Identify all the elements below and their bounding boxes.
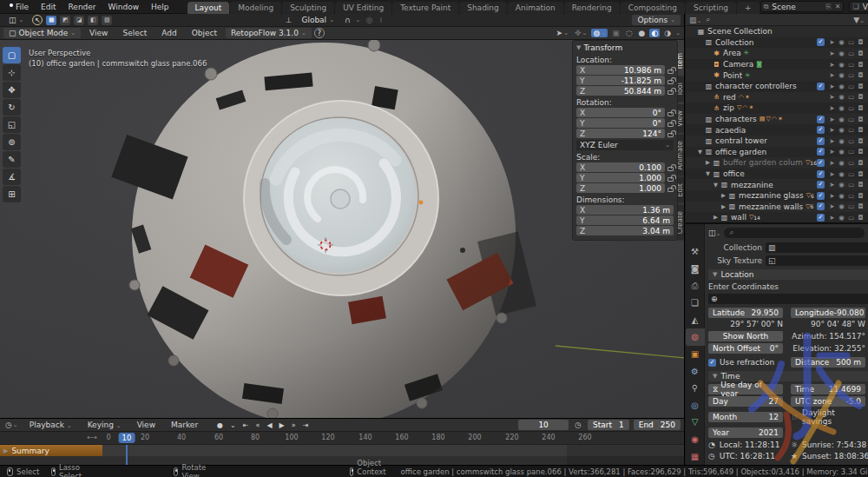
location-x-field[interactable]: X10.986 m bbox=[576, 65, 665, 75]
camera-icon[interactable]: ◘ bbox=[856, 126, 865, 134]
add-workspace-button[interactable]: + bbox=[737, 2, 760, 14]
pointer-icon[interactable]: ➤ bbox=[827, 181, 837, 189]
monitor-icon[interactable]: ▭ bbox=[846, 38, 856, 46]
outliner-item-name[interactable]: office bbox=[723, 169, 745, 178]
pointer-icon[interactable]: ➤ bbox=[827, 50, 837, 57]
lock-icon[interactable] bbox=[667, 177, 674, 182]
dim-y-field[interactable]: Y6.64 m bbox=[576, 215, 674, 225]
properties-tab-tool-icon[interactable]: ⚒ bbox=[686, 243, 705, 261]
outliner-item-name[interactable]: mezzanine walls bbox=[739, 202, 803, 211]
camera-icon[interactable]: ◘ bbox=[856, 71, 865, 79]
menu-window[interactable]: Window bbox=[102, 3, 146, 11]
menu-keying[interactable]: Keying ⌄ bbox=[82, 421, 128, 429]
eye-icon[interactable]: ◉ bbox=[837, 104, 846, 112]
outliner-row[interactable]: ▼▥office garden✓➤◉▭◘ bbox=[686, 147, 868, 158]
shading-dropdown[interactable]: ⌄ bbox=[675, 30, 681, 36]
outliner-row[interactable]: ▶▥mezzanine walls▽6✓➤◉▭◘ bbox=[686, 202, 868, 213]
mode-dropdown[interactable]: ▢ Object Mode ⌄ bbox=[3, 28, 81, 38]
expand-icon[interactable]: ▶ bbox=[712, 214, 720, 221]
eye-icon[interactable]: ◉ bbox=[837, 126, 846, 134]
keying-set-dropdown[interactable]: ⌄ bbox=[227, 421, 239, 429]
outliner-item-name[interactable]: Area bbox=[723, 49, 741, 57]
properties-tab-texture-icon[interactable]: ▦ bbox=[686, 447, 705, 465]
camera-icon[interactable]: ◘ bbox=[856, 61, 865, 69]
pointer-icon[interactable]: ➤ bbox=[827, 126, 837, 134]
lock-icon[interactable] bbox=[667, 133, 674, 137]
location-z-field[interactable]: Z50.844 m bbox=[576, 86, 665, 96]
outliner-row[interactable]: ◘Camera◙➤◉▭◘ bbox=[686, 59, 868, 70]
pointer-icon[interactable]: ➤ bbox=[827, 93, 837, 101]
outliner-row[interactable]: ▥characters▤▽◠✶✓➤◉▭◘ bbox=[686, 114, 868, 125]
dim-x-field[interactable]: X1.36 m bbox=[576, 205, 674, 215]
camera-icon[interactable]: ◘ bbox=[856, 181, 865, 189]
tool-select-box[interactable]: ▢ bbox=[3, 47, 21, 63]
monitor-icon[interactable]: ▭ bbox=[846, 202, 856, 210]
collection-checkbox[interactable]: ✓ bbox=[817, 137, 825, 145]
daylight-savings-checkbox[interactable] bbox=[791, 414, 799, 421]
tab-uv-editing[interactable]: UV Editing bbox=[335, 2, 391, 14]
collection-checkbox[interactable]: ✓ bbox=[817, 83, 825, 90]
outliner-item-name[interactable]: acaedia bbox=[715, 126, 746, 135]
location-section-header[interactable]: ▼ Location bbox=[708, 269, 868, 280]
eye-icon[interactable]: ◉ bbox=[837, 83, 846, 90]
tab-compositing[interactable]: Compositing bbox=[621, 2, 685, 14]
monitor-icon[interactable]: ▭ bbox=[846, 71, 856, 79]
time-slider[interactable]: Time11.4699 bbox=[791, 384, 865, 394]
menu-playback[interactable]: Playback ⌄ bbox=[23, 421, 78, 429]
properties-tab-render-icon[interactable]: ◙ bbox=[686, 261, 705, 278]
tab-scripting[interactable]: Scripting bbox=[686, 2, 736, 14]
outliner-item-name[interactable]: Camera bbox=[723, 60, 753, 69]
pointer-icon[interactable]: ➤ bbox=[827, 61, 837, 69]
monitor-icon[interactable]: ▭ bbox=[846, 192, 856, 200]
menu-edit[interactable]: Edit bbox=[35, 3, 62, 11]
pointer-icon[interactable]: ➤ bbox=[827, 202, 837, 210]
monitor-icon[interactable]: ▭ bbox=[846, 137, 856, 145]
utc-zone-slider[interactable]: UTC zone-5.0 bbox=[791, 396, 865, 407]
outliner-item-name[interactable]: buffer garden columns.001 bbox=[723, 158, 803, 167]
outliner-search-icon[interactable]: ⌕ bbox=[706, 15, 710, 24]
outliner-row[interactable]: ▼▥mezzanine✓➤◉▭◘ bbox=[686, 179, 868, 190]
tool-move[interactable]: ✥ bbox=[3, 82, 21, 98]
scale-z-field[interactable]: Z1.000 bbox=[576, 183, 665, 193]
collection-field[interactable]: ▥ bbox=[766, 242, 868, 253]
properties-tab-output-icon[interactable]: ⎙ bbox=[686, 277, 705, 295]
collection-checkbox[interactable]: ✓ bbox=[817, 38, 825, 46]
coordinates-input[interactable]: ⊕ bbox=[708, 294, 868, 304]
outliner-item-name[interactable]: office garden bbox=[715, 148, 766, 156]
outliner-item-name[interactable]: Scene Collection bbox=[707, 27, 773, 36]
monitor-icon[interactable]: ▭ bbox=[846, 170, 856, 178]
properties-tab-object-data-icon[interactable]: ▽ bbox=[686, 414, 705, 431]
proportional-falloff-icon[interactable]: ≀ bbox=[378, 16, 384, 24]
frame-clock-icon[interactable]: ◷ bbox=[573, 421, 583, 429]
start-frame-field[interactable]: Start1 bbox=[588, 420, 629, 430]
tab-texture-paint[interactable]: Texture Paint bbox=[392, 2, 458, 14]
shading-material-icon[interactable]: ◐ bbox=[649, 29, 660, 37]
pointer-icon[interactable]: ➤ bbox=[827, 214, 837, 222]
snap-dropdown[interactable]: ⌄ bbox=[356, 17, 361, 23]
tab-modeling[interactable]: Modeling bbox=[230, 2, 281, 14]
dim-z-field[interactable]: Z3.04 m bbox=[576, 226, 674, 235]
eye-icon[interactable]: ◉ bbox=[837, 61, 846, 69]
playhead-line[interactable] bbox=[126, 445, 128, 465]
monitor-icon[interactable]: ▭ bbox=[846, 104, 856, 112]
viewport-canvas[interactable]: User Perspective (10) office garden | co… bbox=[0, 40, 684, 418]
toggle-xray-icon[interactable]: ▣ bbox=[610, 29, 621, 37]
properties-tab-physics-icon[interactable]: ◎ bbox=[686, 396, 705, 414]
help-icon[interactable]: ? bbox=[314, 28, 325, 38]
scale-y-field[interactable]: Y1.000 bbox=[576, 173, 665, 182]
tool-annotate[interactable]: ✎ bbox=[3, 151, 21, 168]
editor-type-button[interactable]: ◫ ⌄ bbox=[3, 15, 29, 25]
longitude-slider[interactable]: Longitude-90.080 bbox=[791, 308, 865, 318]
lock-icon[interactable] bbox=[667, 167, 674, 171]
rotation-z-field[interactable]: Z124° bbox=[576, 129, 665, 138]
eye-icon[interactable]: ◉ bbox=[837, 116, 846, 123]
panel-collapse-icon[interactable]: ▼ bbox=[576, 44, 581, 51]
collection-checkbox[interactable]: ✓ bbox=[817, 159, 825, 167]
menu-select[interactable]: Select bbox=[116, 29, 153, 37]
properties-tab-constraints-icon[interactable]: ⚲ bbox=[686, 380, 705, 397]
lock-icon[interactable] bbox=[667, 188, 674, 192]
collection-checkbox[interactable]: ✓ bbox=[817, 126, 825, 134]
select-mode-extend[interactable]: ◩ bbox=[60, 16, 70, 25]
rotation-mode-dropdown[interactable]: XYZ Euler ⌄ bbox=[576, 140, 674, 150]
pointer-icon[interactable]: ➤ bbox=[827, 116, 837, 123]
